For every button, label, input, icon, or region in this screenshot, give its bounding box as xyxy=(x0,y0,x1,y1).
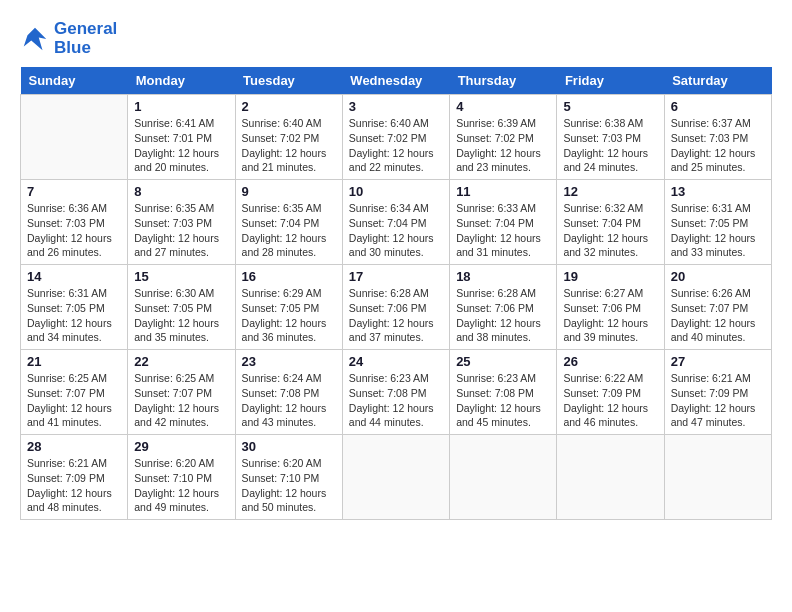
day-info: Sunrise: 6:28 AMSunset: 7:06 PMDaylight:… xyxy=(456,286,550,345)
weekday-header-tuesday: Tuesday xyxy=(235,67,342,95)
weekday-header-friday: Friday xyxy=(557,67,664,95)
calendar-cell: 7Sunrise: 6:36 AMSunset: 7:03 PMDaylight… xyxy=(21,180,128,265)
calendar-cell: 11Sunrise: 6:33 AMSunset: 7:04 PMDayligh… xyxy=(450,180,557,265)
day-number: 9 xyxy=(242,184,336,199)
weekday-header-wednesday: Wednesday xyxy=(342,67,449,95)
day-number: 15 xyxy=(134,269,228,284)
day-info: Sunrise: 6:38 AMSunset: 7:03 PMDaylight:… xyxy=(563,116,657,175)
day-number: 11 xyxy=(456,184,550,199)
weekday-header-sunday: Sunday xyxy=(21,67,128,95)
day-info: Sunrise: 6:40 AMSunset: 7:02 PMDaylight:… xyxy=(349,116,443,175)
day-number: 7 xyxy=(27,184,121,199)
day-info: Sunrise: 6:35 AMSunset: 7:04 PMDaylight:… xyxy=(242,201,336,260)
calendar-cell: 26Sunrise: 6:22 AMSunset: 7:09 PMDayligh… xyxy=(557,350,664,435)
day-number: 26 xyxy=(563,354,657,369)
day-info: Sunrise: 6:22 AMSunset: 7:09 PMDaylight:… xyxy=(563,371,657,430)
day-info: Sunrise: 6:25 AMSunset: 7:07 PMDaylight:… xyxy=(134,371,228,430)
day-number: 13 xyxy=(671,184,765,199)
calendar-cell: 6Sunrise: 6:37 AMSunset: 7:03 PMDaylight… xyxy=(664,95,771,180)
weekday-header-monday: Monday xyxy=(128,67,235,95)
calendar-cell: 13Sunrise: 6:31 AMSunset: 7:05 PMDayligh… xyxy=(664,180,771,265)
weekday-header-saturday: Saturday xyxy=(664,67,771,95)
day-info: Sunrise: 6:24 AMSunset: 7:08 PMDaylight:… xyxy=(242,371,336,430)
calendar-cell: 21Sunrise: 6:25 AMSunset: 7:07 PMDayligh… xyxy=(21,350,128,435)
calendar-cell: 18Sunrise: 6:28 AMSunset: 7:06 PMDayligh… xyxy=(450,265,557,350)
day-info: Sunrise: 6:31 AMSunset: 7:05 PMDaylight:… xyxy=(671,201,765,260)
calendar-cell: 29Sunrise: 6:20 AMSunset: 7:10 PMDayligh… xyxy=(128,435,235,520)
day-number: 28 xyxy=(27,439,121,454)
calendar-cell: 8Sunrise: 6:35 AMSunset: 7:03 PMDaylight… xyxy=(128,180,235,265)
day-info: Sunrise: 6:23 AMSunset: 7:08 PMDaylight:… xyxy=(456,371,550,430)
day-number: 20 xyxy=(671,269,765,284)
calendar-cell xyxy=(21,95,128,180)
day-number: 21 xyxy=(27,354,121,369)
day-info: Sunrise: 6:29 AMSunset: 7:05 PMDaylight:… xyxy=(242,286,336,345)
day-number: 3 xyxy=(349,99,443,114)
day-info: Sunrise: 6:28 AMSunset: 7:06 PMDaylight:… xyxy=(349,286,443,345)
day-number: 24 xyxy=(349,354,443,369)
day-number: 19 xyxy=(563,269,657,284)
calendar-cell: 20Sunrise: 6:26 AMSunset: 7:07 PMDayligh… xyxy=(664,265,771,350)
day-info: Sunrise: 6:35 AMSunset: 7:03 PMDaylight:… xyxy=(134,201,228,260)
day-info: Sunrise: 6:36 AMSunset: 7:03 PMDaylight:… xyxy=(27,201,121,260)
calendar-week-row: 7Sunrise: 6:36 AMSunset: 7:03 PMDaylight… xyxy=(21,180,772,265)
day-info: Sunrise: 6:25 AMSunset: 7:07 PMDaylight:… xyxy=(27,371,121,430)
calendar-week-row: 1Sunrise: 6:41 AMSunset: 7:01 PMDaylight… xyxy=(21,95,772,180)
day-info: Sunrise: 6:20 AMSunset: 7:10 PMDaylight:… xyxy=(134,456,228,515)
calendar-week-row: 14Sunrise: 6:31 AMSunset: 7:05 PMDayligh… xyxy=(21,265,772,350)
day-number: 12 xyxy=(563,184,657,199)
logo: General Blue xyxy=(20,20,117,57)
svg-marker-0 xyxy=(24,27,47,50)
day-number: 14 xyxy=(27,269,121,284)
day-info: Sunrise: 6:20 AMSunset: 7:10 PMDaylight:… xyxy=(242,456,336,515)
day-info: Sunrise: 6:21 AMSunset: 7:09 PMDaylight:… xyxy=(27,456,121,515)
calendar-cell: 14Sunrise: 6:31 AMSunset: 7:05 PMDayligh… xyxy=(21,265,128,350)
day-number: 8 xyxy=(134,184,228,199)
day-info: Sunrise: 6:32 AMSunset: 7:04 PMDaylight:… xyxy=(563,201,657,260)
day-number: 22 xyxy=(134,354,228,369)
calendar-cell: 10Sunrise: 6:34 AMSunset: 7:04 PMDayligh… xyxy=(342,180,449,265)
weekday-header-row: SundayMondayTuesdayWednesdayThursdayFrid… xyxy=(21,67,772,95)
day-info: Sunrise: 6:34 AMSunset: 7:04 PMDaylight:… xyxy=(349,201,443,260)
day-number: 30 xyxy=(242,439,336,454)
weekday-header-thursday: Thursday xyxy=(450,67,557,95)
day-number: 4 xyxy=(456,99,550,114)
day-info: Sunrise: 6:37 AMSunset: 7:03 PMDaylight:… xyxy=(671,116,765,175)
calendar-cell xyxy=(664,435,771,520)
day-number: 10 xyxy=(349,184,443,199)
calendar-cell xyxy=(342,435,449,520)
calendar-table: SundayMondayTuesdayWednesdayThursdayFrid… xyxy=(20,67,772,520)
calendar-cell: 17Sunrise: 6:28 AMSunset: 7:06 PMDayligh… xyxy=(342,265,449,350)
calendar-cell: 22Sunrise: 6:25 AMSunset: 7:07 PMDayligh… xyxy=(128,350,235,435)
day-info: Sunrise: 6:31 AMSunset: 7:05 PMDaylight:… xyxy=(27,286,121,345)
calendar-cell: 12Sunrise: 6:32 AMSunset: 7:04 PMDayligh… xyxy=(557,180,664,265)
logo-icon xyxy=(20,24,50,54)
calendar-cell: 1Sunrise: 6:41 AMSunset: 7:01 PMDaylight… xyxy=(128,95,235,180)
day-info: Sunrise: 6:26 AMSunset: 7:07 PMDaylight:… xyxy=(671,286,765,345)
day-number: 27 xyxy=(671,354,765,369)
day-info: Sunrise: 6:33 AMSunset: 7:04 PMDaylight:… xyxy=(456,201,550,260)
day-number: 1 xyxy=(134,99,228,114)
day-number: 6 xyxy=(671,99,765,114)
day-number: 17 xyxy=(349,269,443,284)
day-number: 18 xyxy=(456,269,550,284)
calendar-cell: 19Sunrise: 6:27 AMSunset: 7:06 PMDayligh… xyxy=(557,265,664,350)
calendar-cell xyxy=(557,435,664,520)
calendar-cell: 15Sunrise: 6:30 AMSunset: 7:05 PMDayligh… xyxy=(128,265,235,350)
logo-text: General Blue xyxy=(54,20,117,57)
calendar-cell: 27Sunrise: 6:21 AMSunset: 7:09 PMDayligh… xyxy=(664,350,771,435)
day-number: 16 xyxy=(242,269,336,284)
day-info: Sunrise: 6:39 AMSunset: 7:02 PMDaylight:… xyxy=(456,116,550,175)
day-number: 29 xyxy=(134,439,228,454)
calendar-cell: 23Sunrise: 6:24 AMSunset: 7:08 PMDayligh… xyxy=(235,350,342,435)
calendar-cell: 30Sunrise: 6:20 AMSunset: 7:10 PMDayligh… xyxy=(235,435,342,520)
calendar-cell: 28Sunrise: 6:21 AMSunset: 7:09 PMDayligh… xyxy=(21,435,128,520)
page-header: General Blue xyxy=(20,20,772,57)
day-info: Sunrise: 6:30 AMSunset: 7:05 PMDaylight:… xyxy=(134,286,228,345)
calendar-cell: 24Sunrise: 6:23 AMSunset: 7:08 PMDayligh… xyxy=(342,350,449,435)
calendar-cell: 2Sunrise: 6:40 AMSunset: 7:02 PMDaylight… xyxy=(235,95,342,180)
day-info: Sunrise: 6:27 AMSunset: 7:06 PMDaylight:… xyxy=(563,286,657,345)
calendar-week-row: 21Sunrise: 6:25 AMSunset: 7:07 PMDayligh… xyxy=(21,350,772,435)
calendar-cell xyxy=(450,435,557,520)
day-info: Sunrise: 6:21 AMSunset: 7:09 PMDaylight:… xyxy=(671,371,765,430)
